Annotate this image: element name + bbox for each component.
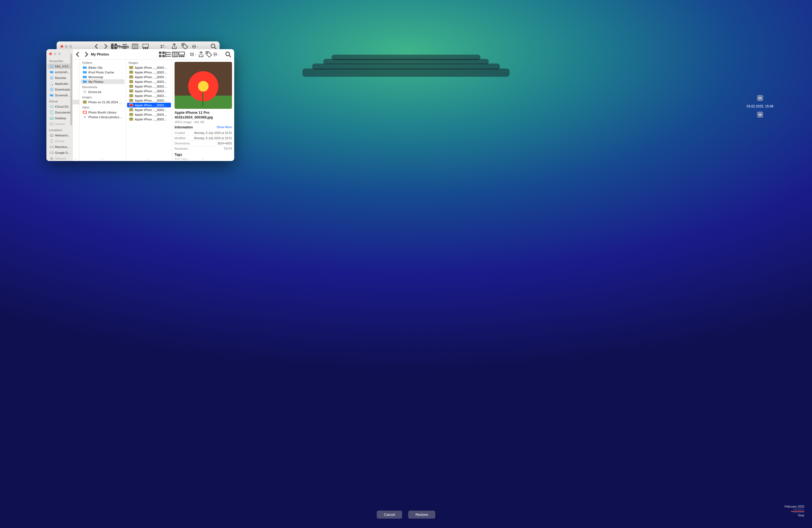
- folder-item[interactable]: Monosnap›: [81, 75, 125, 79]
- cloud-icon: [50, 105, 54, 108]
- sidebar-item-screenshots2[interactable]: Screensh…: [47, 92, 71, 98]
- sidebar-item-shared[interactable]: Shared: [47, 121, 71, 127]
- view-column-button[interactable]: [172, 52, 178, 57]
- view-gallery-button[interactable]: [178, 52, 185, 57]
- back-button[interactable]: [75, 52, 81, 57]
- image-thumb-icon: [129, 99, 133, 102]
- folder-column[interactable]: Folders Bilder Okt.› iPod Photo Cache› M…: [79, 60, 126, 161]
- file-item[interactable]: Apple iPhon…_000364.jpg: [127, 89, 171, 93]
- share-button[interactable]: [198, 52, 204, 57]
- view-list-button[interactable]: [165, 52, 172, 57]
- zoom-button[interactable]: [58, 53, 61, 55]
- folder-item-selected[interactable]: My Photos›: [81, 79, 125, 84]
- file-item[interactable]: Apple iPhon…_000359.jpg: [127, 65, 171, 70]
- timeline-month-label: February 2025: [784, 505, 804, 508]
- svg-point-17: [194, 46, 195, 47]
- file-item[interactable]: Apple iPhon…_000370.jpg: [127, 107, 171, 112]
- chevron-right-icon: ›: [121, 76, 122, 78]
- download-icon: [50, 88, 54, 91]
- sidebar-item-documents[interactable]: Documents: [47, 109, 71, 115]
- folder-icon: [83, 75, 87, 78]
- file-item[interactable]: Photo on 21.05.2024 at 23.11: [81, 100, 125, 104]
- sidebar-item-desktop[interactable]: Desktop: [47, 115, 71, 121]
- file-item[interactable]: Apple iPhon…_000366.jpg: [127, 98, 171, 103]
- finder-main: My Photos ⌄ ⌄: [73, 49, 234, 161]
- sidebar-item-home[interactable]: luke_m13…: [47, 63, 71, 69]
- sidebar-item-computer[interactable]: Aleksand…: [47, 133, 71, 138]
- column-resize-handle[interactable]: ||: [148, 158, 150, 160]
- file-item[interactable]: Errors.txt: [81, 89, 125, 94]
- close-button[interactable]: [49, 53, 52, 55]
- tag-button[interactable]: [205, 52, 212, 57]
- time-machine-stack: [295, 74, 517, 240]
- column-resize-handle[interactable]: ||: [102, 158, 104, 160]
- svg-rect-38: [179, 56, 180, 57]
- svg-point-47: [207, 53, 208, 53]
- file-item[interactable]: Photos Library.photoslibrary: [81, 115, 125, 119]
- svg-rect-23: [51, 140, 53, 143]
- sidebar-item-downloads[interactable]: Downloads: [47, 87, 71, 92]
- sidebar-item-label: Google D…: [55, 151, 71, 155]
- sidebar-item-recents[interactable]: Recents: [47, 75, 71, 80]
- column-resize-handle[interactable]: ||: [202, 158, 204, 160]
- file-item[interactable]: Apple iPhon…_000365.jpg: [127, 93, 171, 98]
- view-icon-button[interactable]: [159, 52, 165, 57]
- search-button[interactable]: [225, 52, 231, 57]
- file-item[interactable]: Apple iPhon…_000371.jpg: [127, 112, 171, 117]
- other-header: Other: [79, 104, 126, 110]
- parent-column[interactable]: ›››› ›››› › ›› ||: [73, 60, 79, 161]
- list-item-label: Apple iPhon…_000360.jpg: [135, 71, 169, 74]
- file-column[interactable]: Images Apple iPhon…_000359.jpgApple iPho…: [126, 60, 172, 161]
- more-button[interactable]: ⌄: [213, 52, 220, 57]
- sidebar-item-label: Network: [55, 157, 66, 160]
- sidebar-item-icloud-drive[interactable]: iCloud Dri…: [47, 104, 71, 109]
- file-item-selected[interactable]: Apple iPhon…_000368.jpg: [127, 103, 171, 107]
- show-more-link[interactable]: Show More: [217, 126, 232, 129]
- laptop-icon: [50, 133, 54, 137]
- image-thumb-icon: [83, 101, 87, 104]
- file-item[interactable]: Apple iPhon…_000363.jpg: [127, 84, 171, 89]
- sidebar-item-iphone[interactable]: iPhone: [47, 138, 71, 144]
- sidebar-item-applications[interactable]: Applicatio…: [47, 81, 71, 86]
- time-machine-timeline[interactable]: February 2025 Now: [784, 505, 804, 517]
- folder-item[interactable]: Bilder Okt.›: [81, 65, 125, 70]
- svg-rect-44: [192, 54, 194, 54]
- group-button[interactable]: ⌄: [190, 52, 197, 57]
- sidebar-item-network[interactable]: Network: [47, 156, 71, 161]
- snapshot-date: 03.02.2025, 15:46: [746, 104, 773, 108]
- file-item[interactable]: Apple iPhon…_000361.jpg: [127, 75, 171, 79]
- cancel-button[interactable]: Cancel: [377, 511, 402, 518]
- preview-pane: Apple iPhone 11 Pro4032x3024_000368.jpg …: [172, 60, 234, 161]
- nav-down-button[interactable]: [757, 112, 763, 118]
- sidebar-item-macintosh[interactable]: Macintos…: [47, 144, 71, 150]
- view-switcher: [159, 52, 185, 57]
- file-item[interactable]: Apple iPhon…_000360.jpg: [127, 70, 171, 75]
- list-item-label: Apple iPhon…_000371.jpg: [135, 113, 169, 116]
- minimize-button[interactable]: [54, 53, 56, 55]
- restore-button[interactable]: Restore: [408, 511, 435, 518]
- more-icon: ⌄: [192, 43, 199, 49]
- folder-item[interactable]: iPod Photo Cache›: [81, 70, 125, 75]
- shared-icon: [50, 122, 54, 126]
- svg-rect-40: [183, 56, 184, 57]
- sidebar-item-googledrive[interactable]: Google D…: [47, 150, 71, 156]
- svg-rect-0: [111, 44, 114, 46]
- info-value: 3024×4032: [217, 142, 232, 145]
- svg-rect-5: [143, 44, 149, 47]
- file-item[interactable]: Photo Booth Library: [81, 110, 125, 115]
- file-item[interactable]: Apple iPhon…_000362.jpg: [127, 79, 171, 84]
- nav-up-button[interactable]: [757, 95, 763, 101]
- info-key: Created: [175, 131, 185, 134]
- sidebar-item-screenshots[interactable]: screensh…: [47, 69, 71, 75]
- sidebar-scrollbar[interactable]: [70, 54, 72, 126]
- group-icon: ⌄: [160, 43, 167, 49]
- time-machine-buttons: Cancel Restore: [377, 511, 435, 518]
- file-item[interactable]: Apple iPhon…_000372.jpg: [127, 117, 171, 121]
- svg-rect-46: [192, 56, 194, 56]
- forward-button[interactable]: [83, 52, 89, 57]
- parent-selected-row[interactable]: ›: [73, 100, 79, 104]
- documents-header: Documents: [79, 84, 126, 89]
- svg-rect-39: [181, 56, 182, 57]
- column-resize-handle[interactable]: ||: [75, 158, 77, 160]
- svg-rect-32: [162, 55, 165, 57]
